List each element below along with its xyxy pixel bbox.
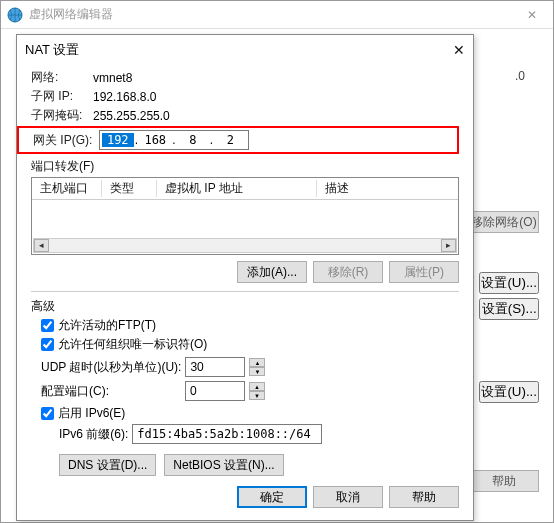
network-label: 网络:: [31, 69, 87, 86]
scroll-right-icon[interactable]: ▸: [441, 239, 456, 252]
parent-help-button[interactable]: 帮助: [469, 470, 539, 492]
allow-active-ftp-label: 允许活动的FTP(T): [58, 317, 156, 334]
gateway-octet-2[interactable]: 168: [140, 133, 172, 147]
parent-title: 虚拟网络编辑器: [29, 6, 113, 23]
ok-button[interactable]: 确定: [237, 486, 307, 508]
settings-u-button[interactable]: 设置(U)...: [479, 272, 539, 294]
subnet-ip-value: 192.168.8.0: [93, 90, 156, 104]
gateway-octet-1[interactable]: 192: [102, 133, 134, 147]
enable-ipv6-checkbox[interactable]: [41, 407, 54, 420]
properties-button[interactable]: 属性(P): [389, 261, 459, 283]
dialog-titlebar: NAT 设置 ✕: [17, 35, 473, 65]
spin-down-icon[interactable]: ▼: [249, 367, 265, 376]
add-button[interactable]: 添加(A)...: [237, 261, 307, 283]
gateway-label: 网关 IP(G):: [33, 132, 95, 149]
globe-icon: [7, 7, 23, 23]
allow-org-id-label: 允许任何组织唯一标识符(O): [58, 336, 207, 353]
port-forward-title: 端口转发(F): [31, 158, 459, 175]
ipv6-prefix-input[interactable]: [132, 424, 322, 444]
spin-up-icon[interactable]: ▲: [249, 358, 265, 367]
spin-up-icon[interactable]: ▲: [249, 382, 265, 391]
enable-ipv6-label: 启用 IPv6(E): [58, 405, 125, 422]
gateway-ip-input[interactable]: 192 . 168 . 8 . 2: [99, 130, 249, 150]
help-button[interactable]: 帮助: [389, 486, 459, 508]
nat-settings-dialog: NAT 设置 ✕ 网络: vmnet8 子网 IP: 192.168.8.0 子…: [16, 34, 474, 521]
port-forward-table: 主机端口 类型 虚拟机 IP 地址 描述 ◂ ▸: [31, 177, 459, 255]
settings-s-button[interactable]: 设置(S)...: [479, 298, 539, 320]
parent-titlebar: 虚拟网络编辑器 ✕: [1, 1, 553, 29]
remove-network-button[interactable]: 移除网络(O): [469, 211, 539, 233]
allow-org-id-checkbox[interactable]: [41, 338, 54, 351]
network-value: vmnet8: [93, 71, 132, 85]
subnet-ip-label: 子网 IP:: [31, 88, 87, 105]
dialog-title: NAT 设置: [25, 41, 79, 59]
scroll-left-icon[interactable]: ◂: [34, 239, 49, 252]
subnet-mask-value: 255.255.255.0: [93, 109, 170, 123]
horizontal-scrollbar[interactable]: ◂ ▸: [33, 238, 457, 253]
col-description[interactable]: 描述: [317, 180, 458, 197]
separator: [31, 291, 459, 292]
config-port-input[interactable]: [185, 381, 245, 401]
allow-active-ftp-checkbox[interactable]: [41, 319, 54, 332]
cancel-button[interactable]: 取消: [313, 486, 383, 508]
col-type[interactable]: 类型: [102, 180, 157, 197]
config-port-label: 配置端口(C):: [41, 383, 181, 400]
advanced-title: 高级: [31, 298, 459, 315]
config-port-spinner[interactable]: ▲ ▼: [249, 382, 265, 400]
udp-timeout-input[interactable]: [185, 357, 245, 377]
col-vm-ip[interactable]: 虚拟机 IP 地址: [157, 180, 317, 197]
col-host-port[interactable]: 主机端口: [32, 180, 102, 197]
close-icon[interactable]: ✕: [453, 42, 465, 58]
spin-down-icon[interactable]: ▼: [249, 391, 265, 400]
dns-settings-button[interactable]: DNS 设置(D)...: [59, 454, 156, 476]
netbios-settings-button[interactable]: NetBIOS 设置(N)...: [164, 454, 283, 476]
udp-timeout-spinner[interactable]: ▲ ▼: [249, 358, 265, 376]
gateway-octet-3[interactable]: 8: [177, 133, 209, 147]
subnet-mask-label: 子网掩码:: [31, 107, 87, 124]
parent-close-icon[interactable]: ✕: [517, 8, 547, 22]
subnet-tail: .0: [515, 69, 525, 83]
table-header: 主机端口 类型 虚拟机 IP 地址 描述: [32, 178, 458, 200]
ipv6-prefix-label: IPv6 前缀(6):: [59, 426, 128, 443]
settings-u2-button[interactable]: 设置(U)...: [479, 381, 539, 403]
gateway-highlight: 网关 IP(G): 192 . 168 . 8 . 2: [17, 126, 459, 154]
remove-button[interactable]: 移除(R): [313, 261, 383, 283]
udp-timeout-label: UDP 超时(以秒为单位)(U):: [41, 359, 181, 376]
gateway-octet-4[interactable]: 2: [215, 133, 247, 147]
